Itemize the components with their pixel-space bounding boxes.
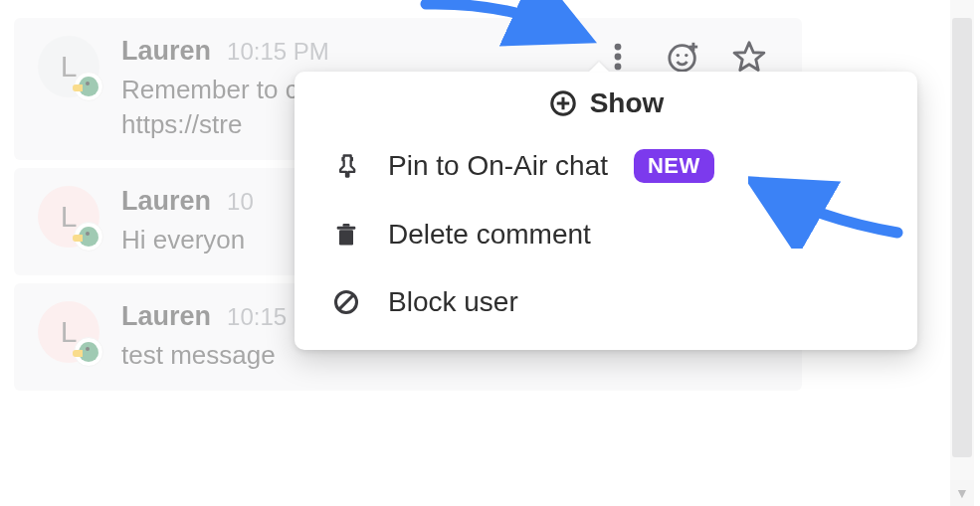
svg-marker-8	[734, 43, 764, 71]
show-label: Show	[590, 87, 665, 119]
new-badge: NEW	[634, 149, 714, 183]
platform-badge	[74, 337, 103, 367]
svg-rect-12	[339, 230, 353, 245]
avatar: L	[38, 36, 99, 97]
star-icon[interactable]	[730, 38, 768, 76]
react-emoji-icon[interactable]	[665, 38, 702, 76]
message-time: 10	[227, 188, 254, 216]
svg-point-1	[615, 54, 622, 61]
svg-rect-13	[337, 227, 356, 230]
menu-item-pin[interactable]: Pin to On-Air chat NEW	[294, 131, 917, 201]
platform-badge	[74, 72, 103, 101]
menu-item-delete[interactable]: Delete comment	[294, 201, 917, 268]
message-time: 10:15 PM	[227, 38, 329, 66]
menu-item-label: Delete comment	[388, 219, 591, 251]
author-name: Lauren	[121, 301, 211, 332]
pin-icon	[330, 152, 362, 180]
svg-point-5	[685, 54, 687, 57]
svg-point-4	[677, 54, 680, 57]
avatar: L	[38, 301, 99, 363]
svg-point-0	[615, 44, 622, 51]
author-name: Lauren	[121, 36, 211, 67]
trash-icon	[330, 221, 362, 249]
menu-item-label: Pin to On-Air chat	[388, 150, 608, 182]
author-name: Lauren	[121, 186, 211, 217]
menu-show-toggle[interactable]: Show	[294, 82, 917, 131]
svg-rect-14	[343, 224, 350, 227]
message-actions	[599, 38, 768, 76]
menu-item-label: Block user	[388, 286, 518, 318]
menu-item-block[interactable]: Block user	[294, 268, 917, 336]
message-context-menu: Show Pin to On-Air chat NEW Delete comme…	[294, 72, 917, 350]
svg-point-3	[670, 46, 695, 71]
platform-badge	[74, 222, 103, 252]
svg-line-16	[338, 294, 353, 309]
svg-point-2	[615, 64, 622, 71]
block-icon	[330, 288, 362, 316]
scrollbar-thumb[interactable]	[952, 18, 972, 457]
avatar: L	[38, 186, 99, 248]
scroll-down-button[interactable]: ▼	[950, 480, 974, 506]
